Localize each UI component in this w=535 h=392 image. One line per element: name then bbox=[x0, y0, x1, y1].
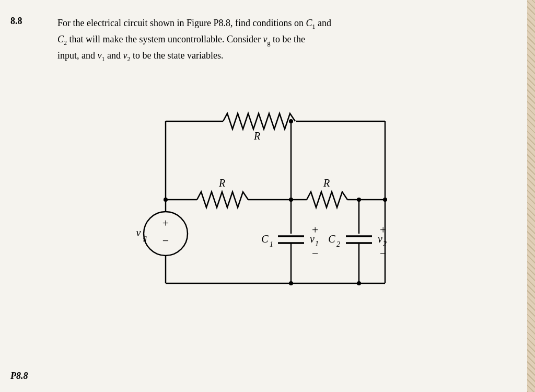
svg-text:2: 2 bbox=[336, 240, 340, 248]
svg-text:R: R bbox=[253, 130, 260, 142]
resistor-top bbox=[223, 113, 295, 129]
svg-text:C: C bbox=[261, 233, 269, 245]
page: 8.8 For the electrical circuit shown in … bbox=[0, 0, 535, 392]
svg-text:C: C bbox=[328, 233, 335, 245]
svg-point-42 bbox=[357, 198, 361, 202]
svg-text:−: − bbox=[380, 247, 386, 260]
text-part3: input, and v1 and v2 to be the state var… bbox=[57, 50, 223, 61]
svg-point-39 bbox=[289, 198, 293, 202]
svg-text:−: − bbox=[312, 247, 318, 260]
text-part2: C2 that will make the system uncontrolla… bbox=[57, 34, 305, 44]
svg-text:v: v bbox=[136, 227, 141, 238]
svg-text:1: 1 bbox=[270, 240, 273, 248]
problem-text: For the electrical circuit shown in Figu… bbox=[57, 16, 514, 64]
svg-text:R: R bbox=[323, 177, 330, 189]
resistor-right bbox=[307, 192, 347, 207]
svg-point-44 bbox=[289, 281, 293, 285]
svg-point-38 bbox=[289, 119, 293, 123]
svg-point-41 bbox=[383, 198, 387, 202]
resistor-left bbox=[197, 192, 248, 207]
text-part1: For the electrical circuit shown in Figu… bbox=[57, 18, 331, 28]
svg-text:+: + bbox=[162, 216, 169, 229]
svg-point-43 bbox=[357, 281, 361, 285]
circuit-svg: + − v g R bbox=[92, 79, 448, 299]
svg-text:v: v bbox=[310, 233, 315, 245]
svg-text:−: − bbox=[162, 234, 169, 247]
svg-text:v: v bbox=[378, 233, 382, 245]
problem-number: 8.8 bbox=[10, 16, 22, 27]
right-edge-decoration bbox=[527, 0, 535, 392]
svg-text:R: R bbox=[218, 177, 225, 189]
svg-text:g: g bbox=[143, 234, 147, 241]
circuit-diagram: + − v g R bbox=[26, 79, 514, 299]
figure-label: P8.8 bbox=[10, 371, 28, 382]
svg-point-40 bbox=[164, 198, 168, 202]
